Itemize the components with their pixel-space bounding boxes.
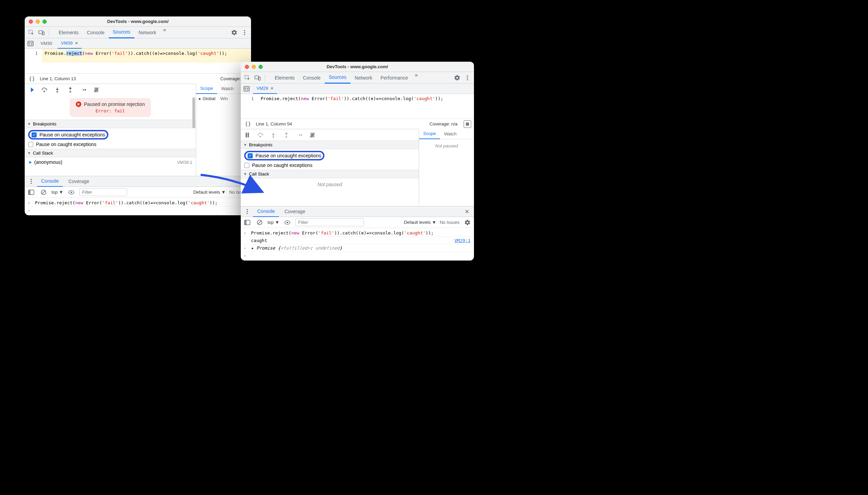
settings-gear-icon[interactable] [230,28,239,37]
source-map-icon[interactable] [464,120,471,128]
tab-elements[interactable]: Elements [55,27,83,38]
callstack-header[interactable]: ▼ Call Stack [25,149,196,157]
drawer-tab-coverage[interactable]: Coverage [64,176,93,187]
minimize-window-button[interactable] [252,65,256,69]
callstack-frame[interactable]: ➤ (anonymous) VM39:1 [25,158,196,166]
console-prompt[interactable]: › [241,252,474,259]
more-menu-icon[interactable] [463,73,472,82]
filter-input[interactable] [295,218,364,226]
close-drawer-icon[interactable]: ✕ [462,208,472,215]
pause-caught-checkbox[interactable] [28,142,33,147]
clear-console-icon[interactable] [255,218,264,227]
code-editor[interactable]: 1 Promise.reject(new Error('fail')).catc… [241,94,474,108]
navigator-panel-icon[interactable] [242,84,251,93]
code-line[interactable]: Promise.reject(new Error('fail')).catch(… [42,49,251,62]
drawer-tab-console[interactable]: Console [253,206,279,217]
scope-tab[interactable]: Scope [419,129,440,139]
tab-network[interactable]: Network [134,27,160,38]
toggle-device-icon[interactable] [37,28,46,37]
tab-network[interactable]: Network [350,72,376,84]
more-tabs-icon[interactable]: » [412,72,421,84]
step-over-icon[interactable] [40,85,49,94]
issues-status[interactable]: No Issues [440,220,460,225]
pause-icon[interactable] [243,131,252,140]
step-over-icon[interactable] [256,131,265,140]
more-menu-icon[interactable] [240,28,249,37]
console-input-row[interactable]: › Promise.reject(new Error('fail')).catc… [25,199,251,207]
console-sidebar-icon[interactable] [243,218,252,227]
pause-uncaught-checkbox[interactable]: ✓ [248,153,253,158]
deactivate-breakpoints-icon[interactable] [92,85,101,94]
callstack-header[interactable]: ▼ Call Stack [241,170,419,178]
drawer-tab-coverage[interactable]: Coverage [280,206,309,217]
maximize-window-button[interactable] [43,20,47,24]
console-input-row[interactable]: › Promise.reject(new Error('fail')).catc… [241,229,474,237]
minimize-window-button[interactable] [36,20,40,24]
console-return-row[interactable]: ‹ ▸ Promise {<fulfilled>: undefined} [241,244,474,252]
file-tab-vm30[interactable]: VM30 [37,38,56,49]
pretty-print-icon[interactable] [243,120,252,129]
console-sidebar-icon[interactable] [27,188,36,197]
maximize-window-button[interactable] [259,65,263,69]
tab-elements[interactable]: Elements [271,72,299,84]
step-into-icon[interactable] [53,85,62,94]
context-selector[interactable]: top ▼ [51,190,63,195]
tab-sources[interactable]: Sources [325,72,350,84]
drawer-tab-console[interactable]: Console [37,176,63,187]
live-expression-icon[interactable] [67,188,76,197]
close-window-button[interactable] [245,65,249,69]
watch-tab[interactable]: Watch [217,84,238,94]
step-icon[interactable] [79,85,88,94]
log-levels-selector[interactable]: Default levels ▼ [404,220,437,225]
scope-tab[interactable]: Scope [196,84,217,94]
tab-sources[interactable]: Sources [109,27,134,38]
scrollbar[interactable] [192,97,195,128]
file-tab-vm39[interactable]: VM39 ✕ [58,38,82,49]
file-tab-vm29[interactable]: VM29 ✕ [253,84,277,94]
inspect-element-icon[interactable] [243,73,252,82]
watch-tab[interactable]: Watch [440,129,461,139]
file-tabs: VM30 VM39 ✕ [25,38,251,49]
navigator-panel-icon[interactable] [26,39,35,48]
log-levels-selector[interactable]: Default levels ▼ [193,190,226,195]
code-line[interactable]: Promise.reject(new Error('fail')).catch(… [258,94,474,108]
pretty-print-icon[interactable] [27,74,36,83]
console-prompt[interactable]: › [25,207,251,214]
breakpoints-header[interactable]: ▼ Breakpoints [241,141,419,149]
context-selector[interactable]: top ▼ [267,220,280,225]
tab-console[interactable]: Console [83,27,108,38]
close-tab-icon[interactable]: ✕ [75,41,78,46]
current-frame-icon: ➤ [28,159,32,165]
close-tab-icon[interactable]: ✕ [270,86,274,91]
toggle-device-icon[interactable] [253,73,262,82]
drawer-menu-icon[interactable] [243,207,252,216]
pause-caught-checkbox[interactable] [244,163,249,168]
step-out-icon[interactable] [66,85,75,94]
resume-icon[interactable] [27,85,36,94]
console-log-row[interactable]: caught VM29:1 [241,237,474,244]
live-expression-icon[interactable] [283,218,292,227]
settings-gear-icon[interactable] [453,73,462,82]
console-settings-icon[interactable] [463,218,472,227]
deactivate-breakpoints-icon[interactable] [308,131,317,140]
step-into-icon[interactable] [269,131,278,140]
close-window-button[interactable] [29,20,33,24]
pause-uncaught-checkbox[interactable]: ✓ [32,132,37,137]
breakpoints-header[interactable]: ▼ Breakpoints [25,120,196,128]
tab-performance[interactable]: Performance [376,72,412,84]
step-icon[interactable] [295,131,304,140]
tab-console[interactable]: Console [299,72,324,84]
console-source-link[interactable]: VM29:1 [454,238,471,243]
step-out-icon[interactable] [282,131,291,140]
clear-console-icon[interactable] [39,188,48,197]
more-tabs-icon[interactable]: » [160,27,169,38]
inspect-element-icon[interactable] [27,28,36,37]
drawer-menu-icon[interactable] [27,177,36,186]
disclosure-triangle-icon: ▼ [27,151,31,155]
filter-input[interactable] [79,188,127,196]
file-tab-label: VM39 [61,40,73,46]
drawer-tabs: Console Coverage ✕ [241,206,474,217]
code-editor[interactable]: 1 Promise.reject(new Error('fail')).catc… [25,49,251,62]
main-toolbar: Elements Console Sources Network Perform… [241,72,474,84]
paused-error: Error: fail [76,108,145,113]
